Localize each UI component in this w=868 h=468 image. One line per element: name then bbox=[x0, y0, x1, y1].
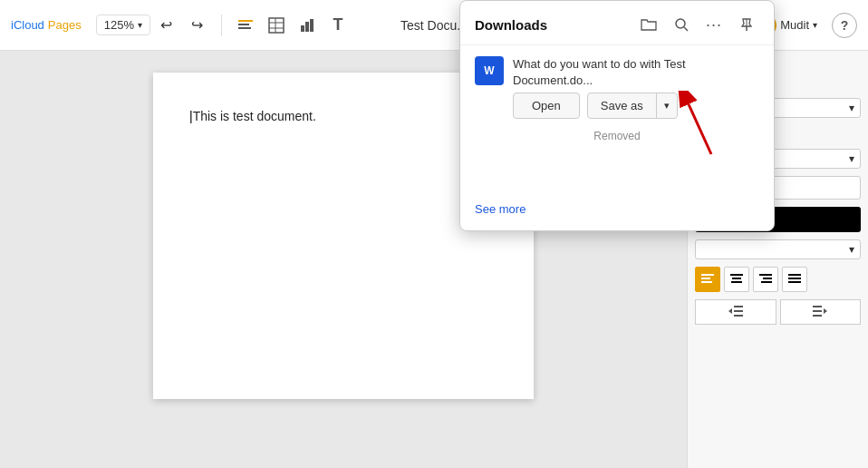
mudit-chevron-icon: ▾ bbox=[813, 20, 817, 30]
svg-rect-0 bbox=[238, 20, 253, 22]
popup-body: W What do you want to do with Test Docum… bbox=[460, 45, 774, 195]
svg-rect-21 bbox=[761, 281, 772, 283]
align-section: ▾ bbox=[695, 239, 861, 259]
svg-rect-25 bbox=[734, 306, 743, 307]
download-item: W What do you want to do with Test Docum… bbox=[475, 56, 759, 119]
svg-rect-17 bbox=[732, 278, 741, 279]
pages-text: Pages bbox=[48, 18, 82, 32]
align-right-button[interactable] bbox=[753, 267, 778, 292]
open-button[interactable]: Open bbox=[513, 93, 580, 119]
svg-rect-15 bbox=[701, 281, 712, 283]
align-dropdown[interactable]: ▾ bbox=[695, 239, 861, 259]
svg-rect-1 bbox=[238, 24, 249, 25]
size-chevron-icon: ▾ bbox=[849, 152, 854, 165]
table-button[interactable] bbox=[262, 11, 291, 40]
increase-indent-icon bbox=[813, 306, 827, 318]
svg-rect-3 bbox=[269, 18, 284, 33]
align-left-icon bbox=[701, 274, 714, 285]
text-icon: T bbox=[333, 15, 342, 34]
svg-rect-8 bbox=[305, 22, 309, 32]
search-icon bbox=[674, 17, 689, 32]
zoom-chevron-icon: ▾ bbox=[138, 20, 142, 30]
undo-icon: ↩ bbox=[160, 16, 172, 34]
svg-rect-18 bbox=[731, 281, 742, 283]
mudit-label: Mudit bbox=[780, 18, 809, 32]
chart-icon bbox=[298, 16, 316, 34]
text-align-row bbox=[695, 267, 861, 292]
svg-line-34 bbox=[684, 27, 688, 31]
redo-icon: ↪ bbox=[191, 16, 203, 34]
popup-title: Downloads bbox=[475, 17, 547, 33]
align-justify-button[interactable] bbox=[782, 267, 807, 292]
popup-header-icons: ··· bbox=[636, 12, 759, 37]
text-button[interactable]: T bbox=[323, 11, 352, 40]
svg-rect-29 bbox=[813, 306, 822, 307]
save-as-chevron-icon[interactable]: ▾ bbox=[657, 94, 677, 117]
svg-rect-26 bbox=[734, 310, 743, 312]
word-icon: W bbox=[475, 56, 504, 85]
popup-pin-button[interactable] bbox=[734, 12, 759, 37]
folder-icon bbox=[641, 17, 657, 32]
doc-title: Test Docu... bbox=[400, 18, 468, 33]
help-icon: ? bbox=[841, 18, 849, 33]
align-chevron-icon: ▾ bbox=[849, 243, 854, 256]
more-dots-icon: ··· bbox=[706, 15, 722, 34]
download-question: What do you want to do with Test Documen… bbox=[513, 56, 759, 89]
popup-search-button[interactable] bbox=[669, 12, 694, 37]
download-info: What do you want to do with Test Documen… bbox=[513, 56, 759, 119]
text-align-section bbox=[695, 267, 861, 292]
zoom-level: 125% bbox=[104, 18, 134, 32]
svg-rect-30 bbox=[813, 310, 822, 312]
popup-header: Downloads ··· bbox=[460, 1, 774, 45]
svg-rect-16 bbox=[730, 274, 743, 276]
see-more-link[interactable]: See more bbox=[475, 195, 759, 219]
zoom-dropdown[interactable]: 125% ▾ bbox=[96, 15, 150, 35]
svg-rect-9 bbox=[310, 19, 313, 32]
undo-button[interactable]: ↩ bbox=[152, 11, 181, 40]
save-as-label: Save as bbox=[588, 93, 657, 118]
svg-rect-14 bbox=[701, 278, 710, 279]
pin-icon bbox=[739, 17, 754, 32]
indent-row bbox=[695, 299, 861, 325]
svg-rect-13 bbox=[701, 274, 714, 276]
svg-rect-27 bbox=[734, 315, 743, 317]
popup-folder-button[interactable] bbox=[636, 12, 661, 37]
align-left-button[interactable] bbox=[695, 267, 720, 292]
indent-section bbox=[695, 299, 861, 325]
format-button[interactable] bbox=[231, 11, 260, 40]
svg-rect-23 bbox=[788, 278, 801, 279]
svg-marker-32 bbox=[824, 308, 827, 314]
redo-button[interactable]: ↪ bbox=[183, 11, 212, 40]
svg-rect-24 bbox=[788, 281, 801, 283]
help-button[interactable]: ? bbox=[832, 13, 857, 38]
align-justify-icon bbox=[788, 274, 801, 285]
downloads-list-area: Removed bbox=[475, 130, 759, 184]
svg-rect-2 bbox=[238, 27, 251, 29]
svg-rect-20 bbox=[763, 278, 772, 279]
download-actions: Open Save as ▾ bbox=[513, 93, 759, 119]
save-as-button[interactable]: Save as ▾ bbox=[587, 93, 678, 119]
svg-rect-19 bbox=[759, 274, 772, 276]
decrease-indent-icon bbox=[728, 306, 743, 318]
font-dropdown-chevron-icon: ▾ bbox=[849, 102, 854, 114]
popup-footer: See more bbox=[460, 195, 774, 230]
align-center-icon bbox=[730, 274, 743, 285]
svg-rect-7 bbox=[301, 25, 304, 32]
increase-indent-button[interactable] bbox=[780, 299, 862, 325]
document-content: This is test document. bbox=[193, 109, 316, 123]
app-logo: iCloud Pages bbox=[11, 18, 82, 32]
format-icon bbox=[236, 16, 255, 34]
table-icon bbox=[267, 16, 285, 34]
decrease-indent-button[interactable] bbox=[695, 299, 776, 325]
svg-rect-31 bbox=[813, 315, 822, 317]
svg-marker-28 bbox=[728, 308, 732, 314]
icloud-text: iCloud bbox=[11, 18, 44, 32]
toolbar-icons-left: 125% ▾ ↩ ↪ bbox=[96, 11, 352, 40]
svg-point-33 bbox=[676, 19, 685, 28]
chart-button[interactable] bbox=[293, 11, 322, 40]
align-center-button[interactable] bbox=[724, 267, 749, 292]
divider bbox=[221, 15, 222, 36]
popup-more-button[interactable]: ··· bbox=[701, 12, 727, 37]
downloads-popup: Downloads ··· bbox=[459, 0, 775, 231]
svg-rect-22 bbox=[788, 274, 801, 276]
